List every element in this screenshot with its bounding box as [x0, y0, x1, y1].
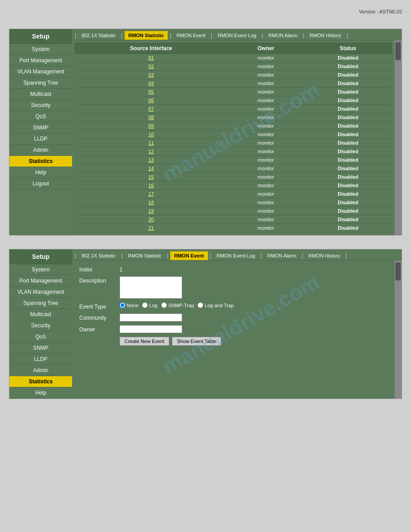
sidebar-item-security[interactable]: Security	[9, 100, 72, 111]
owner-cell: monitor	[227, 198, 304, 207]
status-cell: Disabled	[304, 113, 392, 122]
table-row: 14 monitor Disabled	[75, 164, 392, 173]
form-area-2: Index 1 Description Event Type None	[72, 261, 394, 399]
sidebar-2-title: Setup	[9, 249, 72, 264]
event-type-radio-group: None Log SNMP-Trap Log and Trap	[120, 302, 234, 308]
sidebar-item-multicast[interactable]: Multicast	[9, 89, 72, 100]
sidebar-2-port-management[interactable]: Port Management	[9, 275, 72, 287]
sidebar-2-qos[interactable]: QoS	[9, 331, 72, 343]
sidebar-2-vlan-management[interactable]: VLAN Management	[9, 287, 72, 298]
port-link[interactable]: 20	[75, 215, 227, 224]
status-cell: Disabled	[304, 88, 392, 96]
status-cell: Disabled	[304, 96, 392, 105]
sidebar-item-vlan-management[interactable]: VLAN Management	[9, 66, 72, 77]
sidebar-2-snmp[interactable]: SNMP	[9, 343, 72, 354]
tab-rmon-event-log-1[interactable]: RMON Event Log	[214, 31, 260, 39]
port-link[interactable]: 08	[75, 113, 227, 122]
tab-rmon-event-2[interactable]: RMON Event	[170, 251, 208, 260]
tab-rmon-history-1[interactable]: RMON History	[306, 31, 345, 39]
port-link[interactable]: 03	[75, 71, 227, 79]
owner-input[interactable]	[120, 325, 182, 333]
community-label: Community	[79, 313, 120, 321]
radio-input-none[interactable]	[120, 302, 125, 308]
sidebar-item-port-management[interactable]: Port Management	[9, 55, 72, 66]
port-link[interactable]: 18	[75, 198, 227, 207]
table-row: 08 monitor Disabled	[75, 113, 392, 122]
sidebar-item-system[interactable]: System	[9, 44, 72, 55]
tab-rmon-statistic-1[interactable]: RMON Statistic	[124, 31, 168, 40]
radio-input-log[interactable]	[142, 302, 148, 308]
port-link[interactable]: 06	[75, 96, 227, 105]
table-row: 16 monitor Disabled	[75, 181, 392, 190]
form-row-index: Index 1	[79, 265, 387, 273]
sidebar-item-statistics[interactable]: Statistics	[9, 156, 72, 167]
main-content-1: | 802.1X Statistic | RMON Statistic | RM…	[72, 29, 402, 235]
port-link[interactable]: 12	[75, 147, 227, 156]
sidebar-2-security[interactable]: Security	[9, 320, 72, 331]
community-input[interactable]	[120, 313, 182, 322]
sidebar-2-help[interactable]: Help	[9, 387, 72, 399]
scrollbar-thumb-1[interactable]	[395, 42, 401, 60]
sidebar-item-admin[interactable]: Admin	[9, 145, 72, 156]
sidebar-item-lldp[interactable]: LLDP	[9, 133, 72, 145]
sidebar-2-system[interactable]: System	[9, 264, 72, 275]
radio-log[interactable]: Log	[142, 302, 157, 308]
table-row: 03 monitor Disabled	[75, 71, 392, 79]
sidebar-2-spanning-tree[interactable]: Spanning Tree	[9, 298, 72, 309]
scrollbar-1[interactable]	[394, 40, 402, 235]
port-link[interactable]: 15	[75, 173, 227, 181]
port-link[interactable]: 14	[75, 164, 227, 173]
radio-log-and-trap[interactable]: Log and Trap	[197, 302, 234, 308]
port-link[interactable]: 04	[75, 79, 227, 88]
status-cell: Disabled	[304, 79, 392, 88]
sidebar-2-multicast[interactable]: Multicast	[9, 309, 72, 320]
scrollbar-2[interactable]	[394, 261, 402, 399]
description-input[interactable]	[120, 276, 182, 299]
tab-rmon-event-log-2[interactable]: RMON Event Log	[213, 252, 259, 260]
scrollbar-thumb-2[interactable]	[395, 262, 401, 280]
radio-input-log-and-trap[interactable]	[197, 302, 203, 308]
port-link[interactable]: 19	[75, 207, 227, 215]
sidebar-2-admin[interactable]: Admin	[9, 365, 72, 376]
sidebar-2-lldp[interactable]: LLDP	[9, 354, 72, 365]
status-cell: Disabled	[304, 190, 392, 198]
sidebar-item-snmp[interactable]: SNMP	[9, 122, 72, 133]
radio-snmp-trap[interactable]: SNMP-Trap	[161, 302, 194, 308]
tab-802-statistic-1[interactable]: 802.1X Statistic	[78, 31, 119, 39]
port-link[interactable]: 05	[75, 88, 227, 96]
port-link[interactable]: 10	[75, 130, 227, 139]
create-new-event-button[interactable]: Create New Event	[120, 337, 169, 346]
owner-cell: monitor	[227, 164, 304, 173]
port-link[interactable]: 01	[75, 54, 227, 62]
owner-cell: monitor	[227, 156, 304, 164]
port-link[interactable]: 07	[75, 105, 227, 113]
port-link[interactable]: 11	[75, 139, 227, 147]
panel-rmon-statistic: Setup System Port Management VLAN Manage…	[9, 29, 402, 236]
port-link[interactable]: 13	[75, 156, 227, 164]
port-link[interactable]: 21	[75, 224, 227, 232]
show-event-table-button[interactable]: Show Event Table	[172, 337, 221, 346]
port-link[interactable]: 02	[75, 62, 227, 71]
port-link[interactable]: 16	[75, 181, 227, 190]
owner-cell: monitor	[227, 190, 304, 198]
tab-802-statistic-2[interactable]: 802.1X Statistic	[78, 252, 119, 260]
port-link[interactable]: 17	[75, 190, 227, 198]
sidebar-item-qos[interactable]: QoS	[9, 111, 72, 122]
port-link[interactable]: 09	[75, 122, 227, 130]
sidebar-2-statistics[interactable]: Statistics	[9, 376, 72, 387]
status-cell: Disabled	[304, 181, 392, 190]
tab-rmon-history-2[interactable]: RMON History	[305, 252, 344, 260]
tab-rmon-statistic-2[interactable]: RMON Statistic	[124, 252, 165, 260]
radio-none[interactable]: None	[120, 302, 138, 308]
tab-rmon-alarm-2[interactable]: RMON Alarm	[264, 252, 300, 260]
sidebar-item-spanning-tree[interactable]: Spanning Tree	[9, 77, 72, 89]
panel-rmon-event: Setup System Port Management VLAN Manage…	[9, 249, 402, 399]
tab-rmon-event-1[interactable]: RMON Event	[173, 31, 209, 39]
radio-input-snmp-trap[interactable]	[161, 302, 167, 308]
owner-cell: monitor	[227, 62, 304, 71]
index-value: 1	[120, 265, 123, 273]
owner-cell: monitor	[227, 88, 304, 96]
tab-rmon-alarm-1[interactable]: RMON Alarm	[265, 31, 301, 39]
sidebar-item-logout[interactable]: Logout	[9, 178, 72, 189]
sidebar-item-help[interactable]: Help	[9, 167, 72, 178]
